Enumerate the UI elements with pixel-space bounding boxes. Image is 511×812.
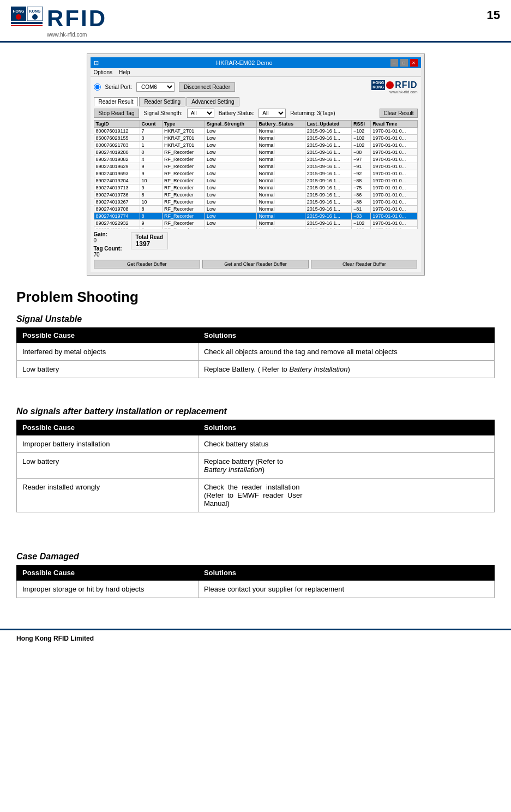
logo-rfid-text: RFID xyxy=(47,5,107,32)
gain-label: Gain: xyxy=(94,231,122,237)
footer: Hong Kong RFID Limited xyxy=(0,629,511,647)
disconnect-button[interactable]: Disconnect Reader xyxy=(179,82,235,92)
no-signals-title: No signals after battery installation or… xyxy=(16,407,495,416)
table-cell: −102 xyxy=(352,220,371,227)
table-cell: −92 xyxy=(352,170,371,177)
logo: HONG KONG RFID www.hk-rfid.com xyxy=(11,5,107,38)
window-controls[interactable]: ─ □ ✕ xyxy=(390,59,418,67)
menu-help[interactable]: Help xyxy=(119,69,130,75)
tab-advanced-setting[interactable]: Advanced Setting xyxy=(187,97,239,106)
window-titlebar: ⊡ HKRAR-EM02 Demo ─ □ ✕ xyxy=(91,57,421,68)
problem-shooting-title: Problem Shooting xyxy=(16,289,495,306)
tag-count-section: Tag Count: 70 xyxy=(94,246,122,258)
minimize-button[interactable]: ─ xyxy=(390,59,398,67)
table-cell: −81 xyxy=(352,206,371,213)
signal-unstable-header-row: Possible Cause Solutions xyxy=(17,328,495,343)
table-cell: Low xyxy=(205,227,257,230)
table-cell: 2015-09-16 1... xyxy=(305,163,351,170)
controls-row: Stop Read Tag Signal Strength: All Batte… xyxy=(94,109,418,118)
no-signals-header-row: Possible Cause Solutions xyxy=(17,420,495,435)
logo-text: RFID www.hk-rfid.com xyxy=(47,5,107,38)
serial-port-radio[interactable] xyxy=(94,83,101,91)
table-cell: −102 xyxy=(352,142,371,149)
menu-options[interactable]: Options xyxy=(94,69,112,75)
table-row: Low battery Replace battery (Refer toBat… xyxy=(17,453,495,479)
table-header-row: TagID Count Type Signal_Strength Battery… xyxy=(94,121,417,128)
signal-col1-header: Possible Cause xyxy=(17,328,199,343)
cause-cell: Improper battery installation xyxy=(17,435,199,453)
logo-website: www.hk-rfid.com xyxy=(47,32,107,38)
case-col2-header: Solutions xyxy=(198,565,494,581)
table-cell: Low xyxy=(205,213,257,220)
solution-cell: Check the reader installation(Refer to E… xyxy=(198,479,494,512)
table-cell: 1970-01-01 0... xyxy=(371,199,417,206)
tag-count-label: Tag Count: xyxy=(94,246,122,252)
stats-row: Gain: 0 Tag Count: 70 Total Read 1397 xyxy=(94,231,418,258)
solution-cell: Replace battery (Refer toBattery Install… xyxy=(198,453,494,479)
table-row: Improper battery installation Check batt… xyxy=(17,435,495,453)
clear-result-button[interactable]: Clear Result xyxy=(380,109,417,118)
table-cell: 890274022196 xyxy=(94,227,140,230)
table-cell: Normal xyxy=(257,135,305,142)
table-row: 8500760281553HKRAT_2T01LowNormal2015-09-… xyxy=(94,135,417,142)
total-read-value: 1397 xyxy=(136,240,163,248)
table-cell: 800076019112 xyxy=(94,128,140,135)
table-cell: 10 xyxy=(140,177,162,184)
col-rssi: RSSI xyxy=(352,121,371,128)
table-cell: 8 xyxy=(140,192,162,199)
table-row: 8902740197368RF_RecorderLowNormal2015-09… xyxy=(94,192,417,199)
table-cell: Low xyxy=(205,163,257,170)
table-cell: 10 xyxy=(140,199,162,206)
cause-cell: Interfered by metal objects xyxy=(17,343,199,361)
table-cell: Low xyxy=(205,177,257,184)
table-cell: 1970-01-01 0... xyxy=(371,206,417,213)
table-cell: RF_Recorder xyxy=(162,227,205,230)
table-cell: Normal xyxy=(257,220,305,227)
table-cell: 1970-01-01 0... xyxy=(371,184,417,192)
table-cell: 1970-01-01 0... xyxy=(371,177,417,184)
table-cell: Low xyxy=(205,142,257,149)
close-button[interactable]: ✕ xyxy=(410,59,418,67)
stop-read-button[interactable]: Stop Read Tag xyxy=(94,109,140,118)
table-cell: 890274019708 xyxy=(94,206,140,213)
cause-cell: Low battery xyxy=(17,453,199,479)
table-cell: 890274019267 xyxy=(94,199,140,206)
table-cell: Normal xyxy=(257,227,305,230)
table-body: 8000760191127HKRAT_2T01LowNormal2015-09-… xyxy=(94,128,417,230)
table-cell: Normal xyxy=(257,170,305,177)
port-select[interactable]: COM6 xyxy=(136,82,175,92)
table-cell: 890274019774 xyxy=(94,213,140,220)
table-cell: 890274019693 xyxy=(94,170,140,177)
total-read-label: Total Read xyxy=(136,234,163,240)
table-cell: 1 xyxy=(140,142,162,149)
table-cell: −102 xyxy=(352,128,371,135)
table-row: 8902740197088RF_RecorderLowNormal2015-09… xyxy=(94,206,417,213)
signal-filter-select[interactable]: All xyxy=(187,109,214,118)
maximize-button[interactable]: □ xyxy=(400,59,408,67)
table-cell: 2015-09-16 1... xyxy=(305,220,351,227)
hkrfid-logo-small: HONGKONG RFID www.hk-rfid.com xyxy=(371,80,417,94)
table-cell: Normal xyxy=(257,184,305,192)
table-cell: 2015-09-16 1... xyxy=(305,184,351,192)
tab-reader-result[interactable]: Reader Result xyxy=(94,97,139,106)
table-cell: Low xyxy=(205,128,257,135)
table-cell: 2015-09-16 1... xyxy=(305,227,351,230)
get-clear-reader-buffer-button[interactable]: Get and Clear Reader Buffer xyxy=(202,260,309,268)
table-cell: Low xyxy=(205,206,257,213)
clear-reader-buffer-button[interactable]: Clear Reader Buffer xyxy=(311,260,417,268)
table-cell: Normal xyxy=(257,156,305,163)
table-row: 8902740221966RF_RecorderLowNormal2015-09… xyxy=(94,227,417,230)
table-cell: 1970-01-01 0... xyxy=(371,213,417,220)
table-cell: 1970-01-01 0... xyxy=(371,227,417,230)
battery-filter-select[interactable]: All xyxy=(258,109,286,118)
table-cell: Low xyxy=(205,192,257,199)
table-cell: 3 xyxy=(140,135,162,142)
table-row: 8902740196939RF_RecorderLowNormal2015-09… xyxy=(94,170,417,177)
table-row: 8902740192800RF_RecorderLowNormal2015-09… xyxy=(94,149,417,156)
table-cell: Low xyxy=(205,135,257,142)
tab-reader-setting[interactable]: Reader Setting xyxy=(139,97,185,106)
italic-ref: Battery Installation xyxy=(204,465,262,474)
cause-cell: Low battery xyxy=(17,361,199,378)
table-cell: −91 xyxy=(352,163,371,170)
get-reader-buffer-button[interactable]: Get Reader Buffer xyxy=(94,260,200,268)
